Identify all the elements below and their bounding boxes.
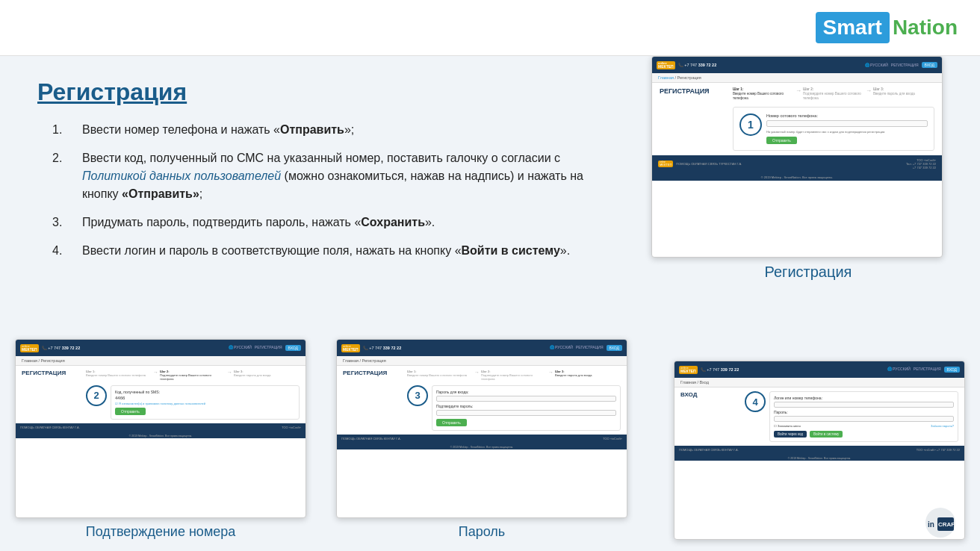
step-1-text: Ввести номер телефона и нажать «Отправит…	[82, 121, 609, 139]
mini-footer: online МЕКТЕП ПОМОЩЬ ОБРАТНАЯ СВЯЗЬ ТУРК…	[652, 155, 942, 172]
right-panel-label: Регистрация	[651, 264, 965, 281]
password-label: Пароль	[459, 524, 505, 540]
page-title: Регистрация	[37, 78, 609, 106]
registration-screenshot: online МЕКТЕП 📞 +7 747 339 72 22 🌐 РУССК…	[651, 56, 943, 258]
step-1-number: 1.	[52, 121, 82, 139]
mini-nav: online МЕКТЕП 📞 +7 747 339 72 22 🌐 РУССК…	[652, 57, 942, 73]
step-4-number: 4.	[52, 242, 82, 260]
bottom-row: online МЕКТЕП 📞 +7 747 339 72 22 🌐 РУССК…	[0, 339, 642, 540]
step-4: 4. Ввести логин и пароль в соответствующ…	[52, 242, 609, 260]
step-3: 3. Придумать пароль, подтвердить пароль,…	[52, 214, 609, 231]
confirm-screenshot: online МЕКТЕП 📞 +7 747 339 72 22 🌐 РУССК…	[15, 339, 306, 518]
mini-breadcrumb: Главная / Регистрация	[652, 73, 942, 83]
step-3-number: 3.	[52, 214, 82, 231]
step-3-text: Придумать пароль, подтвердить пароль, на…	[82, 214, 609, 231]
step-2-number: 2.	[52, 149, 82, 203]
logo-nation: Nation	[893, 16, 958, 40]
password-screenshot: online МЕКТЕП 📞 +7 747 339 72 22 🌐 РУССК…	[336, 339, 627, 518]
svg-text:CRAFT: CRAFT	[938, 521, 958, 528]
logo-smart: Smart	[816, 12, 890, 43]
right-panel: online МЕКТЕП 📞 +7 747 339 72 22 🌐 РУССК…	[651, 56, 965, 281]
step-2: 2. Ввести код, полученный по СМС на указ…	[52, 149, 609, 203]
step-1: 1. Ввести номер телефона и нажать «Отпра…	[52, 121, 609, 139]
login-screenshot: online МЕКТЕП 📞 +7 747 339 72 22 🌐 РУССК…	[674, 361, 965, 540]
craft-icon: in CRAFT	[924, 506, 958, 540]
confirm-label: Подтверждение номера	[86, 524, 236, 540]
login-screenshot-wrap: online МЕКТЕП 📞 +7 747 339 72 22 🌐 РУССК…	[674, 361, 965, 540]
top-bar: Smart Nation	[0, 0, 980, 56]
confirm-screenshot-wrap: online МЕКТЕП 📞 +7 747 339 72 22 🌐 РУССК…	[15, 339, 306, 540]
logo: Smart Nation	[816, 12, 958, 43]
step-4-text: Ввести логин и пароль в соответствующие …	[82, 242, 609, 260]
craft-logo: in CRAFT	[924, 506, 961, 540]
steps-list: 1. Ввести номер телефона и нажать «Отпра…	[52, 121, 609, 260]
password-screenshot-wrap: online МЕКТЕП 📞 +7 747 339 72 22 🌐 РУССК…	[336, 339, 627, 540]
step-2-text: Ввести код, полученный по СМС на указанн…	[82, 149, 609, 203]
svg-text:in: in	[928, 520, 934, 529]
